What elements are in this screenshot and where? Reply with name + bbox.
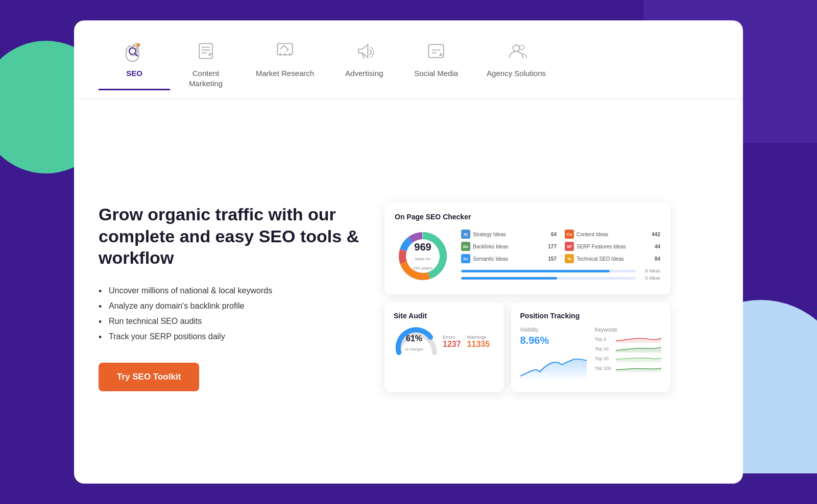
top20-chart xyxy=(616,355,661,362)
visibility-value: 8.96% xyxy=(520,335,587,346)
warnings-label: Warnings xyxy=(467,335,490,340)
try-seo-toolkit-button[interactable]: Try SEO Toolkit xyxy=(99,363,199,391)
keyword-top3: Top 3 xyxy=(595,336,661,343)
position-left: Visibility 8.96% xyxy=(520,327,587,383)
errors-label: Errors xyxy=(443,335,461,340)
tab-social-media[interactable]: Social Media xyxy=(400,39,472,89)
top100-label: Top 100 xyxy=(595,366,613,371)
svg-point-7 xyxy=(519,45,524,49)
bullet-1: Uncover millions of national & local key… xyxy=(99,283,364,298)
serp-label: SERP Features Ideas xyxy=(576,244,652,249)
tab-content-marketing-label: ContentMarketing xyxy=(189,68,223,88)
technical-badge: Te xyxy=(565,254,574,263)
content-area: Grow organic traffic with our complete a… xyxy=(74,99,743,484)
progress-bg-1 xyxy=(461,270,636,272)
strategy-label: Strategy Ideas xyxy=(473,232,548,237)
ideas-grid: St Strategy Ideas 64 Co Content Ideas 44… xyxy=(461,230,660,283)
gauge-subtitle: no changes xyxy=(405,347,423,351)
backlinks-label: Backlinks Ideas xyxy=(473,244,545,249)
background-wrapper: SEO ContentMarketing xyxy=(0,0,817,504)
position-right: Keywords Top 3 Top 10 xyxy=(595,327,661,383)
errors-value: 1237 xyxy=(443,340,461,348)
tab-agency-solutions[interactable]: Agency Solutions xyxy=(472,39,560,89)
position-tracking-title: Position Tracking xyxy=(520,312,662,320)
bullet-4: Track your SERP positions daily xyxy=(99,329,364,344)
hero-heading: Grow organic traffic with our complete a… xyxy=(99,204,364,269)
progress-fill-2 xyxy=(461,277,557,280)
content-count: 442 xyxy=(652,232,660,237)
tab-content-marketing[interactable]: ContentMarketing xyxy=(170,39,242,98)
site-audit-content: 61% no changes Errors 1237 War xyxy=(394,327,495,352)
progress-row-1: 8 Ideas xyxy=(461,268,660,273)
progress-label-1: 8 Ideas xyxy=(640,268,660,273)
content-badge: Co xyxy=(565,230,574,239)
progress-bg-2 xyxy=(461,277,636,280)
top100-chart xyxy=(616,365,661,372)
backlinks-count: 177 xyxy=(548,244,557,249)
technical-label: Technical SEO Ideas xyxy=(576,256,652,262)
semantic-count: 157 xyxy=(548,256,557,262)
serp-count: 44 xyxy=(655,244,660,249)
content-marketing-icon xyxy=(194,39,218,63)
content-label: Content Ideas xyxy=(576,232,649,237)
donut-subtitle: ideas for182 pages xyxy=(413,257,432,270)
social-media-icon xyxy=(424,39,448,63)
top3-chart xyxy=(616,336,661,343)
bottom-cards-row: Site Audit 6 xyxy=(385,303,670,392)
keywords-label: Keywords xyxy=(595,327,661,333)
svg-point-6 xyxy=(513,45,520,52)
progress-fill-1 xyxy=(461,270,610,272)
visibility-chart xyxy=(520,350,587,381)
progress-row-2: 5 Ideas xyxy=(461,275,660,281)
donut-number: 969 xyxy=(413,241,432,253)
top3-label: Top 3 xyxy=(595,337,613,342)
top20-label: Top 20 xyxy=(595,356,613,361)
position-tracking-content: Visibility 8.96% xyxy=(520,327,662,383)
donut-center: 969 ideas for182 pages xyxy=(413,241,432,271)
tab-market-research-label: Market Research xyxy=(256,68,314,79)
keyword-top20: Top 20 xyxy=(595,355,661,362)
idea-backlinks: Ba Backlinks Ideas 177 xyxy=(461,242,557,251)
site-audit-gauge: 61% no changes xyxy=(394,327,435,352)
idea-semantic: Se Semantic Ideas 157 xyxy=(461,254,557,263)
site-audit-card: Site Audit 6 xyxy=(385,303,504,392)
tab-advertising[interactable]: Advertising xyxy=(328,39,400,89)
tab-seo[interactable]: SEO xyxy=(99,39,170,90)
seo-icon xyxy=(122,39,147,63)
donut-chart: 969 ideas for182 pages xyxy=(395,228,451,284)
tab-advertising-label: Advertising xyxy=(345,68,383,79)
strategy-badge: St xyxy=(461,230,470,239)
top10-chart xyxy=(616,345,661,352)
main-card: SEO ContentMarketing xyxy=(74,20,743,484)
serp-badge: SF xyxy=(565,242,574,251)
idea-serp: SF SERP Features Ideas 44 xyxy=(565,242,660,251)
hero-content: Grow organic traffic with our complete a… xyxy=(99,124,364,470)
semantic-badge: Se xyxy=(461,254,470,263)
bullet-2: Analyze any domain's backlink profile xyxy=(99,298,364,314)
market-research-icon xyxy=(273,39,297,63)
advertising-icon xyxy=(352,39,376,63)
bullet-3: Run technical SEO audits xyxy=(99,314,364,329)
feature-list: Uncover millions of national & local key… xyxy=(99,283,364,344)
svg-point-2 xyxy=(137,43,140,46)
errors-stat: Errors 1237 xyxy=(443,335,461,349)
svg-rect-3 xyxy=(199,43,212,58)
warnings-stat: Warnings 11335 xyxy=(467,335,490,349)
progress-section: 8 Ideas 5 Ideas xyxy=(461,268,660,283)
tab-market-research[interactable]: Market Research xyxy=(242,39,328,89)
technical-count: 84 xyxy=(655,256,660,262)
tab-agency-solutions-label: Agency Solutions xyxy=(487,68,546,79)
backlinks-badge: Ba xyxy=(461,242,470,251)
gauge-percent: 61% xyxy=(405,334,423,343)
seo-checker-content: 969 ideas for182 pages St Strategy Ideas… xyxy=(395,228,660,284)
warnings-value: 11335 xyxy=(467,340,490,348)
top10-label: Top 10 xyxy=(595,346,613,351)
keyword-top10: Top 10 xyxy=(595,345,661,352)
seo-checker-card: On Page SEO Checker xyxy=(385,203,670,294)
strategy-count: 64 xyxy=(551,232,557,237)
idea-strategy: St Strategy Ideas 64 xyxy=(461,230,557,239)
position-tracking-card: Position Tracking Visibility 8.96% xyxy=(511,303,671,392)
progress-label-2: 5 Ideas xyxy=(640,275,660,281)
idea-content: Co Content Ideas 442 xyxy=(565,230,660,239)
seo-checker-title: On Page SEO Checker xyxy=(395,213,660,221)
